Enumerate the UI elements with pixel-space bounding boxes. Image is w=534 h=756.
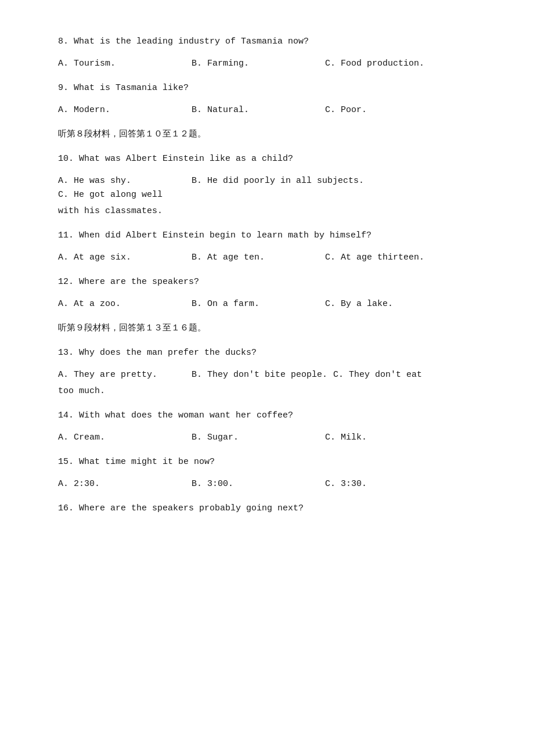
section-header-section9: 听第９段材料，回答第１３至１６题。 (58, 322, 476, 336)
option-q11-c: C. At age thirteen. (325, 251, 453, 265)
question-block-q16: 16. Where are the speakers probably goin… (58, 502, 476, 516)
option-q15-a: A. 2:30. (58, 477, 186, 491)
option-q12-c: C. By a lake. (325, 297, 453, 311)
option-q14-a: A. Cream. (58, 431, 186, 445)
question-block-q15: 15. What time might it be now?A. 2:30.B.… (58, 455, 476, 491)
options-row-q8: A. Tourism.B. Farming.C. Food production… (58, 57, 476, 71)
options-row-q14: A. Cream.B. Sugar.C. Milk. (58, 431, 476, 445)
option-q8-a: A. Tourism. (58, 57, 186, 71)
option-q10-a: A. He was shy. (58, 174, 186, 188)
question-text-q11: 11. When did Albert Einstein begin to le… (58, 229, 476, 243)
option-q9-a: A. Modern. (58, 103, 186, 117)
question-block-q14: 14. With what does the woman want her co… (58, 409, 476, 445)
option-q13-b: B. They don't bite people. (192, 368, 327, 382)
option-q12-b: B. On a farm. (192, 297, 319, 311)
continuation-q13: too much. (58, 384, 476, 398)
question-text-q8: 8. What is the leading industry of Tasma… (58, 35, 476, 49)
question-text-q9: 9. What is Tasmania like? (58, 81, 476, 95)
option-q8-c: C. Food production. (325, 57, 453, 71)
option-q15-c: C. 3:30. (325, 477, 453, 491)
option-q13-a: A. They are pretty. (58, 368, 186, 382)
options-row-q11: A. At age six.B. At age ten.C. At age th… (58, 251, 476, 265)
option-q10-c: C. He got along well (58, 188, 470, 202)
question-block-q8: 8. What is the leading industry of Tasma… (58, 35, 476, 71)
section-header-section8: 听第８段材料，回答第１０至１２题。 (58, 128, 476, 142)
option-q13-c: C. They don't eat (333, 368, 470, 382)
option-q12-a: A. At a zoo. (58, 297, 186, 311)
question-block-q9: 9. What is Tasmania like?A. Modern.B. Na… (58, 81, 476, 117)
option-q11-a: A. At age six. (58, 251, 186, 265)
question-block-q13: 13. Why does the man prefer the ducks?A.… (58, 346, 476, 398)
options-row-q9: A. Modern.B. Natural.C. Poor. (58, 103, 476, 117)
options-row-q15: A. 2:30.B. 3:00.C. 3:30. (58, 477, 476, 491)
option-q11-b: B. At age ten. (192, 251, 319, 265)
question-text-q13: 13. Why does the man prefer the ducks? (58, 346, 476, 360)
question-text-q16: 16. Where are the speakers probably goin… (58, 502, 476, 516)
option-q14-c: C. Milk. (325, 431, 453, 445)
option-q10-b: B. He did poorly in all subjects. (192, 174, 364, 188)
question-block-q10: 10. What was Albert Einstein like as a c… (58, 152, 476, 218)
options-row-q10: A. He was shy.B. He did poorly in all su… (58, 174, 476, 202)
option-q8-b: B. Farming. (192, 57, 319, 71)
question-text-q14: 14. With what does the woman want her co… (58, 409, 476, 423)
question-block-q12: 12. Where are the speakers?A. At a zoo.B… (58, 275, 476, 311)
question-block-q11: 11. When did Albert Einstein begin to le… (58, 229, 476, 265)
option-q9-b: B. Natural. (192, 103, 319, 117)
main-content: 8. What is the leading industry of Tasma… (58, 35, 476, 516)
option-q14-b: B. Sugar. (192, 431, 319, 445)
option-q15-b: B. 3:00. (192, 477, 319, 491)
question-text-q12: 12. Where are the speakers? (58, 275, 476, 289)
question-text-q10: 10. What was Albert Einstein like as a c… (58, 152, 476, 166)
options-row-q12: A. At a zoo.B. On a farm.C. By a lake. (58, 297, 476, 311)
continuation-q10: with his classmates. (58, 204, 476, 218)
option-q9-c: C. Poor. (325, 103, 453, 117)
question-text-q15: 15. What time might it be now? (58, 455, 476, 469)
options-row-q13: A. They are pretty.B. They don't bite pe… (58, 368, 476, 382)
